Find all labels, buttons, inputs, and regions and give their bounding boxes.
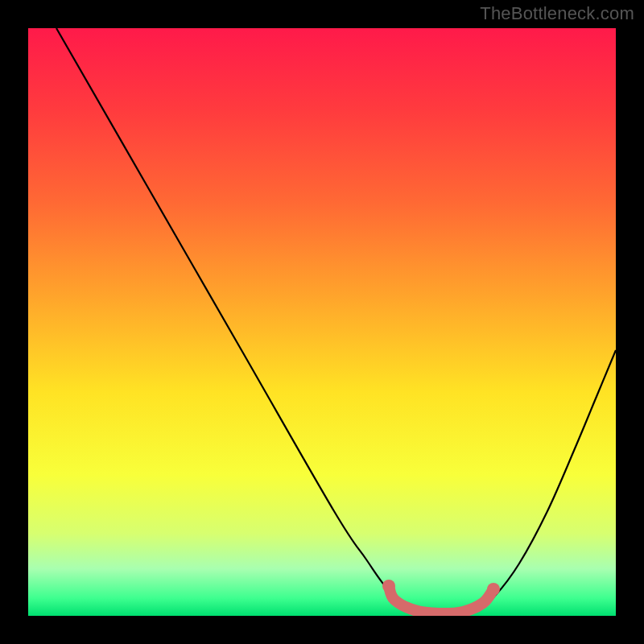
optimal-range-start-dot: [382, 580, 395, 592]
gradient-background: [28, 28, 616, 616]
bottleneck-chart: [28, 28, 616, 616]
optimal-range-end-dot: [487, 583, 500, 596]
watermark-text: TheBottleneck.com: [480, 3, 634, 24]
chart-plot-area: [28, 28, 616, 616]
